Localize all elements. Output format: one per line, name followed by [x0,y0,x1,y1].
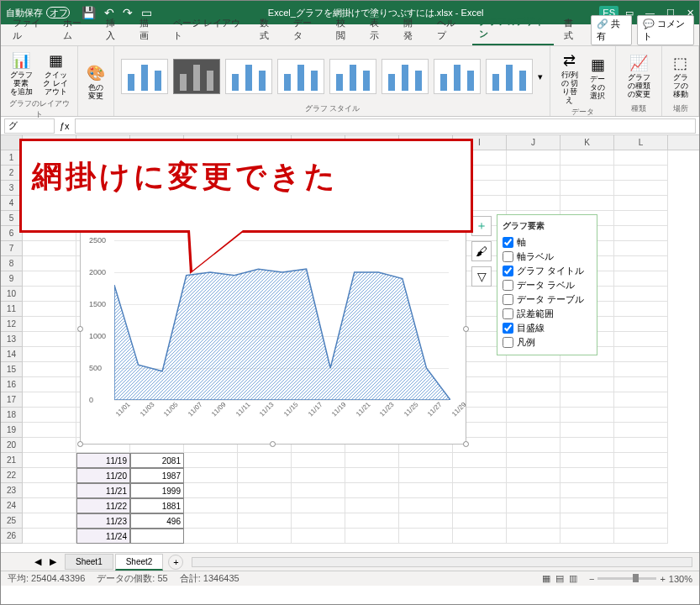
fx-icon[interactable]: ƒx [60,121,70,131]
cell[interactable] [23,408,76,423]
row-header[interactable]: 20 [1,438,23,453]
comment-button[interactable]: 💬 コメント [637,15,694,45]
sheet-tab-2[interactable]: Sheet2 [115,554,164,571]
col-header[interactable]: J [507,135,561,150]
normal-view-icon[interactable]: ▦ [542,573,550,584]
cell[interactable] [561,166,614,181]
zoom-control[interactable]: − + 130% [589,574,692,584]
chart-elements-button[interactable]: ＋ [471,216,492,236]
cell[interactable] [614,256,668,271]
page-layout-view-icon[interactable]: ▤ [555,573,564,584]
zoom-slider[interactable] [597,577,656,580]
cell[interactable]: 2081 [130,453,184,468]
col-header[interactable]: K [561,135,614,150]
cell[interactable] [614,423,668,438]
cell[interactable] [614,347,668,362]
cell[interactable] [399,498,453,513]
cell[interactable] [23,377,76,392]
cell[interactable] [399,513,453,529]
row-header[interactable]: 19 [1,423,23,438]
change-chart-type-button[interactable]: 📈グラフの種類 の変更 [623,52,655,101]
cell[interactable] [23,241,76,256]
tab-developer[interactable]: 開発 [397,13,427,45]
cell[interactable] [614,181,668,196]
cell[interactable] [345,468,399,483]
cell[interactable] [614,241,668,256]
zoom-out-icon[interactable]: − [589,574,594,584]
page-break-view-icon[interactable]: ▥ [569,573,577,584]
row-header[interactable]: 11 [1,302,23,317]
style-8[interactable] [486,59,533,94]
cell[interactable] [507,529,561,544]
cell[interactable] [23,498,76,513]
quick-layout-button[interactable]: ▦クイック レイアウト [40,50,71,98]
chart-element-option[interactable]: 誤差範囲 [503,307,592,321]
cell[interactable] [292,468,345,483]
cell[interactable] [130,529,184,544]
cell[interactable] [507,438,561,453]
sheet-tab-1[interactable]: Sheet1 [65,554,113,570]
cell[interactable] [399,468,453,483]
cell[interactable] [561,453,614,468]
cell[interactable] [507,150,561,166]
cell[interactable] [23,529,76,544]
tab-insert[interactable]: 挿入 [99,13,129,45]
row-header[interactable]: 16 [1,377,23,392]
row-header[interactable]: 14 [1,347,23,362]
cell[interactable]: 11/21 [76,483,130,498]
cell[interactable] [292,483,345,498]
style-6[interactable] [382,59,429,94]
cell[interactable] [399,529,453,544]
cell[interactable] [614,226,668,241]
cell[interactable] [23,438,76,453]
cell[interactable] [238,453,292,468]
cell[interactable] [507,181,561,196]
cell[interactable] [614,498,668,513]
cell[interactable] [292,529,345,544]
cell[interactable] [561,392,614,408]
cell[interactable] [345,483,399,498]
cell[interactable] [614,483,668,498]
cell[interactable]: 1987 [130,468,184,483]
cell[interactable] [23,513,76,529]
cell[interactable] [614,211,668,226]
cell[interactable] [292,453,345,468]
cell[interactable] [507,377,561,392]
tab-formulas[interactable]: 数式 [253,13,283,45]
cell[interactable] [345,498,399,513]
cell[interactable]: 11/22 [76,498,130,513]
cell[interactable] [561,408,614,423]
tab-help[interactable]: ヘルプ [430,13,469,45]
cell[interactable] [23,468,76,483]
chart-element-option[interactable]: 軸ラベル [503,250,592,264]
cell[interactable] [614,166,668,181]
cell[interactable] [345,453,399,468]
move-chart-button[interactable]: ⬚グラフの 移動 [669,52,692,101]
cell[interactable] [292,513,345,529]
row-header[interactable]: 26 [1,529,23,544]
zoom-in-icon[interactable]: + [660,574,665,584]
styles-more-icon[interactable]: ▾ [538,71,543,82]
cell[interactable] [614,529,668,544]
chart-element-option[interactable]: データ テーブル [503,292,592,307]
worksheet-grid[interactable]: ABCDEFGHIJKL 123456789101112131415161718… [1,135,699,586]
row-header[interactable]: 7 [1,241,23,256]
chart-element-option[interactable]: 軸 [503,235,592,250]
tab-data[interactable]: データ [287,13,325,45]
row-header[interactable]: 10 [1,287,23,302]
row-header[interactable]: 24 [1,498,23,513]
cell[interactable] [507,513,561,529]
row-header[interactable]: 18 [1,408,23,423]
cell[interactable] [23,302,76,317]
select-data-button[interactable]: ▦データの 選択 [587,54,608,103]
style-4[interactable] [277,59,324,94]
cell[interactable] [507,166,561,181]
cell[interactable] [23,317,76,332]
col-header[interactable]: L [614,135,668,150]
cell[interactable] [23,483,76,498]
tab-format[interactable]: 書式 [557,13,587,45]
cell[interactable] [614,453,668,468]
cell[interactable] [184,498,238,513]
cell[interactable] [507,196,561,211]
cell[interactable] [184,483,238,498]
